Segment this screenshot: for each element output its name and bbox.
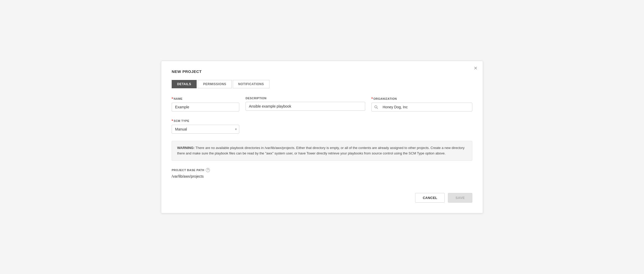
scm-required-star: * bbox=[172, 119, 173, 123]
warning-label: WARNING: bbox=[177, 146, 195, 150]
description-group: DESCRIPTION bbox=[246, 97, 365, 111]
project-base-path-value: /var/lib/awx/projects bbox=[172, 174, 472, 178]
scm-type-select-wrapper: Manual Git Mercurial Subversion Insights… bbox=[172, 125, 239, 134]
scm-type-group: * SCM TYPE Manual Git Mercurial Subversi… bbox=[172, 119, 239, 134]
project-base-path-help-icon[interactable]: ? bbox=[206, 168, 210, 172]
project-base-path-section: PROJECT BASE PATH ? /var/lib/awx/project… bbox=[172, 168, 472, 178]
svg-line-1 bbox=[377, 108, 378, 109]
close-icon: ✕ bbox=[474, 65, 478, 71]
name-label: * NAME bbox=[172, 97, 239, 101]
organization-search-icon bbox=[372, 103, 381, 111]
project-base-path-label: PROJECT BASE PATH ? bbox=[172, 168, 472, 172]
organization-label: * ORGANIZATION bbox=[371, 97, 472, 101]
name-input[interactable] bbox=[172, 103, 239, 111]
modal-footer: CANCEL SAVE bbox=[172, 189, 472, 203]
scm-type-label: * SCM TYPE bbox=[172, 119, 239, 123]
name-group: * NAME bbox=[172, 97, 239, 111]
organization-group: * ORGANIZATION bbox=[371, 97, 472, 111]
description-label: DESCRIPTION bbox=[246, 97, 365, 100]
warning-text: There are no available playbook director… bbox=[177, 146, 465, 155]
scm-type-row: * SCM TYPE Manual Git Mercurial Subversi… bbox=[172, 119, 472, 134]
scm-type-select[interactable]: Manual Git Mercurial Subversion Insights bbox=[172, 125, 239, 134]
modal-close-button[interactable]: ✕ bbox=[472, 65, 479, 71]
cancel-button[interactable]: CANCEL bbox=[415, 193, 445, 203]
new-project-modal: ✕ NEW PROJECT DETAILS PERMISSIONS NOTIFI… bbox=[161, 61, 483, 213]
warning-box: WARNING: There are no available playbook… bbox=[172, 141, 472, 161]
tab-notifications[interactable]: NOTIFICATIONS bbox=[233, 80, 269, 88]
name-required-star: * bbox=[172, 97, 173, 101]
tab-bar: DETAILS PERMISSIONS NOTIFICATIONS bbox=[172, 80, 472, 88]
organization-input[interactable] bbox=[381, 103, 472, 111]
tab-details[interactable]: DETAILS bbox=[172, 80, 197, 88]
description-input[interactable] bbox=[246, 102, 365, 111]
save-button[interactable]: SAVE bbox=[448, 193, 472, 203]
form-row-1: * NAME DESCRIPTION * ORGANIZATION bbox=[172, 97, 472, 111]
modal-title: NEW PROJECT bbox=[172, 69, 472, 74]
tab-permissions[interactable]: PERMISSIONS bbox=[198, 80, 232, 88]
organization-input-wrapper bbox=[371, 103, 472, 111]
org-required-star: * bbox=[371, 97, 373, 101]
